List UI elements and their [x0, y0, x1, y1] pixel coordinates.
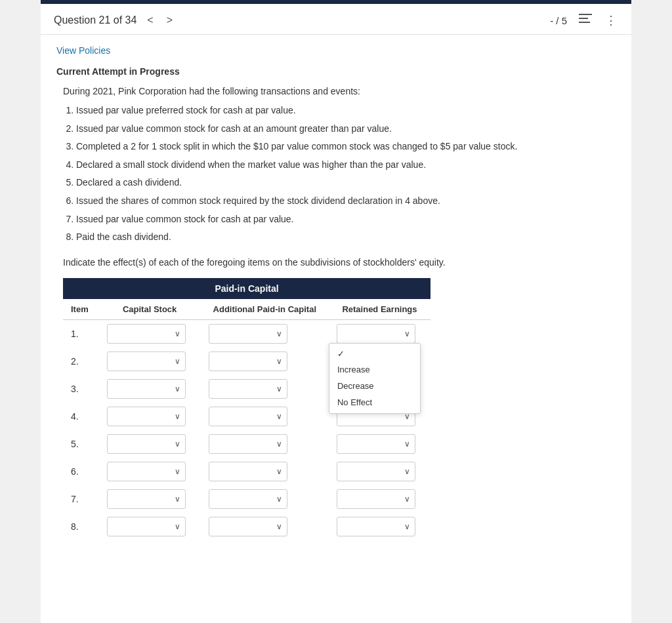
row-1-retained-earnings-wrapper: Increase Decrease No Effect	[337, 324, 415, 344]
list-icon-button[interactable]	[578, 12, 593, 29]
row-1-retained-earnings-select[interactable]: Increase Decrease No Effect	[337, 324, 415, 344]
row-8-capital-stock-cell: Increase Decrease No Effect	[99, 513, 201, 540]
row-5-additional-paid-select[interactable]: Increase Decrease No Effect	[209, 434, 287, 454]
row-8-additional-paid-cell: Increase Decrease No Effect	[201, 513, 329, 540]
table-row: 5. Increase Decrease No Effect	[63, 430, 430, 458]
main-table: Paid-in Capital Item Capital Stock Addit…	[63, 278, 430, 540]
option-decrease[interactable]: Decrease	[329, 378, 420, 394]
row-2-label: 2.	[63, 348, 99, 375]
row-3-additional-paid-cell: Increase Decrease No Effect	[201, 375, 329, 403]
row-2-capital-stock-select[interactable]: Increase Decrease No Effect	[107, 352, 186, 371]
col-item: Item	[63, 299, 99, 320]
row-1-additional-paid-cell: Increase Decrease No Effect	[201, 319, 329, 348]
row-8-retained-earnings-select[interactable]: Increase Decrease No Effect	[337, 517, 415, 536]
col-additional-paid: Additional Paid-in Capital	[201, 299, 329, 320]
row-7-retained-earnings-select[interactable]: Increase Decrease No Effect	[337, 489, 415, 509]
option-no-effect[interactable]: No Effect	[329, 394, 420, 411]
table-row: 1. Increase Decrease No Effect	[63, 319, 430, 348]
row-4-additional-paid-select[interactable]: Increase Decrease No Effect	[209, 407, 287, 426]
list-item: Paid the cash dividend.	[76, 231, 616, 244]
table-header-row: Paid-in Capital	[63, 278, 430, 299]
row-4-capital-stock-select[interactable]: Increase Decrease No Effect	[107, 407, 186, 426]
col-retained-earnings: Retained Earnings	[329, 299, 430, 320]
row-1-label: 1.	[63, 319, 99, 348]
row-3-label: 3.	[63, 375, 99, 403]
prev-button[interactable]: <	[144, 13, 156, 28]
row-1-additional-paid-select[interactable]: Increase Decrease No Effect	[209, 324, 287, 344]
row-6-retained-earnings-cell: Increase Decrease No Effect	[329, 458, 430, 485]
row-2-additional-paid-select[interactable]: Increase Decrease No Effect	[209, 352, 287, 371]
row-7-additional-paid-cell: Increase Decrease No Effect	[201, 485, 329, 513]
row-3-additional-paid-select[interactable]: Increase Decrease No Effect	[209, 379, 287, 399]
svg-rect-0	[579, 14, 592, 15]
content: View Policies Current Attempt in Progres…	[41, 35, 631, 556]
attempt-label: Current Attempt in Progress	[56, 66, 616, 77]
col-capital-stock: Capital Stock	[99, 299, 201, 320]
score-text: - / 5	[550, 15, 567, 26]
list-item: Issued par value common stock for cash a…	[76, 123, 616, 136]
list-item: Issued par value preferred stock for cas…	[76, 104, 616, 117]
row-8-label: 8.	[63, 513, 99, 540]
row-3-capital-stock-select[interactable]: Increase Decrease No Effect	[107, 379, 186, 399]
row-2-capital-stock-cell: Increase Decrease No Effect	[99, 348, 201, 375]
list-item: Declared a small stock dividend when the…	[76, 159, 616, 172]
row-2-additional-paid-wrapper: Increase Decrease No Effect	[209, 352, 287, 371]
row-5-retained-earnings-select[interactable]: Increase Decrease No Effect	[337, 434, 415, 454]
header: Question 21 of 34 < > - / 5 ⋮	[41, 4, 631, 35]
row-5-additional-paid-cell: Increase Decrease No Effect	[201, 430, 329, 458]
row-5-retained-earnings-cell: Increase Decrease No Effect	[329, 430, 430, 458]
checkmark-icon: ✓	[337, 349, 345, 359]
page-container: Question 21 of 34 < > - / 5 ⋮ View Polic…	[41, 0, 631, 623]
row-4-label: 4.	[63, 403, 99, 430]
question-instruction: Indicate the effect(s) of each of the fo…	[63, 257, 616, 268]
row-7-capital-stock-select[interactable]: Increase Decrease No Effect	[107, 489, 186, 509]
list-item: Issued the shares of common stock requir…	[76, 195, 616, 208]
row-1-retained-earnings-cell: Increase Decrease No Effect ✓ Incr	[329, 319, 430, 348]
row-1-capital-stock-select[interactable]: Increase Decrease No Effect	[107, 324, 186, 344]
header-left: Question 21 of 34 < >	[54, 13, 175, 28]
header-right: - / 5 ⋮	[550, 12, 618, 29]
row-7-retained-earnings-cell: Increase Decrease No Effect	[329, 485, 430, 513]
row-1-additional-paid-wrapper: Increase Decrease No Effect	[209, 324, 287, 344]
row-5-capital-stock-select[interactable]: Increase Decrease No Effect	[107, 434, 186, 454]
table-row: 8. Increase Decrease No Effect	[63, 513, 430, 540]
next-button[interactable]: >	[164, 13, 175, 28]
svg-rect-2	[579, 22, 590, 23]
transactions-list: Issued par value preferred stock for cas…	[76, 104, 616, 244]
row-8-additional-paid-select[interactable]: Increase Decrease No Effect	[209, 517, 287, 536]
row-2-additional-paid-cell: Increase Decrease No Effect	[201, 348, 329, 375]
row-6-retained-earnings-select[interactable]: Increase Decrease No Effect	[337, 462, 415, 481]
row-6-additional-paid-cell: Increase Decrease No Effect	[201, 458, 329, 485]
row-5-capital-stock-cell: Increase Decrease No Effect	[99, 430, 201, 458]
row-6-additional-paid-select[interactable]: Increase Decrease No Effect	[209, 462, 287, 481]
open-dropdown-overlay: ✓ Increase Decrease No Effect	[329, 343, 421, 414]
row-6-label: 6.	[63, 458, 99, 485]
row-4-additional-paid-cell: Increase Decrease No Effect	[201, 403, 329, 430]
view-policies-link[interactable]: View Policies	[56, 45, 110, 56]
row-8-capital-stock-select[interactable]: Increase Decrease No Effect	[107, 517, 186, 536]
list-item: Issued par value common stock for cash a…	[76, 213, 616, 226]
table-row: 7. Increase Decrease No Effect	[63, 485, 430, 513]
question-title: Question 21 of 34	[54, 14, 136, 26]
col-headers-row: Item Capital Stock Additional Paid-in Ca…	[63, 299, 430, 320]
option-increase[interactable]: Increase	[329, 361, 420, 378]
svg-rect-1	[579, 18, 588, 19]
row-4-capital-stock-cell: Increase Decrease No Effect	[99, 403, 201, 430]
question-intro: During 2021, Pink Corporation had the fo…	[63, 86, 616, 96]
row-7-additional-paid-select[interactable]: Increase Decrease No Effect	[209, 489, 287, 509]
row-7-label: 7.	[63, 485, 99, 513]
more-icon-button[interactable]: ⋮	[604, 12, 618, 29]
row-6-capital-stock-select[interactable]: Increase Decrease No Effect	[107, 462, 186, 481]
row-8-retained-earnings-cell: Increase Decrease No Effect	[329, 513, 430, 540]
table-wrapper: Paid-in Capital Item Capital Stock Addit…	[63, 278, 616, 540]
row-7-capital-stock-cell: Increase Decrease No Effect	[99, 485, 201, 513]
list-icon	[579, 14, 592, 24]
row-1-capital-stock-wrapper: Increase Decrease No Effect	[107, 324, 186, 344]
row-5-label: 5.	[63, 430, 99, 458]
row-6-capital-stock-cell: Increase Decrease No Effect	[99, 458, 201, 485]
paid-in-capital-header: Paid-in Capital	[63, 278, 430, 299]
row-2-capital-stock-wrapper: Increase Decrease No Effect	[107, 352, 186, 371]
list-item: Completed a 2 for 1 stock split in which…	[76, 140, 616, 153]
checkmark-row: ✓	[329, 346, 420, 361]
row-1-capital-stock-cell: Increase Decrease No Effect	[99, 319, 201, 348]
